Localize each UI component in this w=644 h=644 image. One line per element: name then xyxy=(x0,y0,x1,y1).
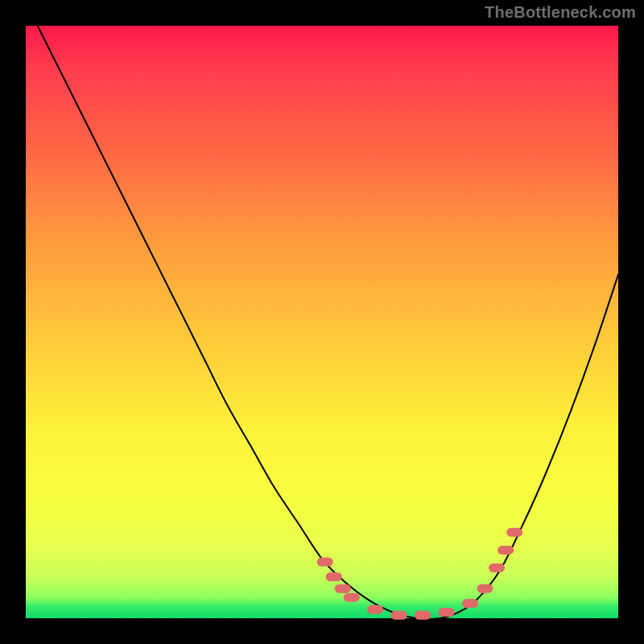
curve-marker xyxy=(415,611,431,620)
plot-area xyxy=(26,26,618,618)
curve-marker xyxy=(462,599,478,608)
watermark-text: TheBottleneck.com xyxy=(485,3,636,22)
curve-marker xyxy=(335,584,351,593)
curve-marker xyxy=(497,546,514,555)
curve-marker xyxy=(506,528,522,537)
curve-marker xyxy=(344,593,360,602)
chart-svg xyxy=(26,26,618,618)
curve-marker xyxy=(489,564,505,572)
chart-stage: TheBottleneck.com xyxy=(0,0,644,644)
curve-marker xyxy=(439,608,455,617)
curve-marker xyxy=(367,605,383,614)
curve-marker xyxy=(477,584,493,593)
curve-marker xyxy=(326,572,342,581)
bottleneck-curve xyxy=(38,26,618,619)
curve-markers xyxy=(317,528,523,620)
curve-marker xyxy=(391,611,407,620)
curve-marker xyxy=(317,558,333,567)
